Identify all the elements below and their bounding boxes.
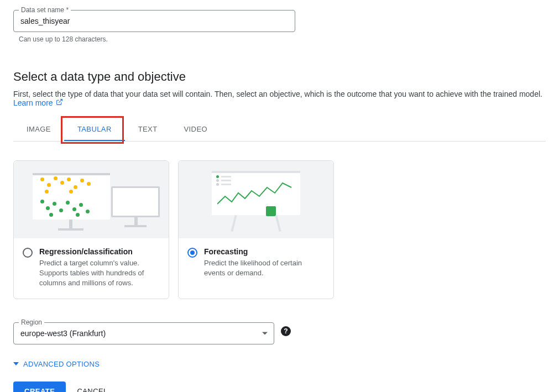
region-select[interactable]: europe-west3 (Frankfurt) [13,322,274,344]
forecasting-title: Forecasting [204,247,325,256]
svg-line-0 [59,100,62,103]
regression-title: Regression/classification [39,247,160,256]
advanced-options-label: ADVANCED OPTIONS [23,360,100,368]
line-chart-icon [217,180,295,211]
cancel-button[interactable]: CANCEL [77,387,107,392]
chevron-down-icon [13,362,19,365]
tab-video[interactable]: VIDEO [171,118,221,141]
forecasting-desc: Predict the likelihood of certain events… [204,258,325,278]
region-label: Region [19,318,44,326]
section-description: First, select the type of data that your… [13,90,546,107]
region-field: Region europe-west3 (Frankfurt) [13,322,274,344]
external-link-icon [56,98,63,107]
chevron-down-icon [262,332,268,334]
dataset-name-helper: Can use up to 128 characters. [19,35,546,43]
action-row: CREATE CANCEL [13,381,546,392]
regression-desc: Predict a target column's value. Support… [39,258,160,289]
section-desc-text: First, select the type of data that your… [13,90,542,98]
advanced-options-toggle[interactable]: ADVANCED OPTIONS [13,360,546,368]
tab-text[interactable]: TEXT [125,118,171,141]
radio-forecasting[interactable] [187,248,197,258]
card-regression[interactable]: Regression/classification Predict a targ… [13,160,169,299]
card-forecasting[interactable]: Forecasting Predict the likelihood of ce… [178,160,334,299]
objective-cards: Regression/classification Predict a targ… [13,160,546,299]
region-value: europe-west3 (Frankfurt) [20,329,106,338]
radio-regression[interactable] [23,248,33,258]
datatype-tabs: IMAGE TABULAR TEXT VIDEO [13,118,546,142]
regression-illustration [14,161,169,238]
tab-tabular[interactable]: TABULAR [64,118,125,141]
section-title: Select a data type and objective [13,70,546,84]
forecasting-illustration [179,161,333,238]
create-button[interactable]: CREATE [13,381,66,392]
learn-more-link[interactable]: Learn more [13,98,63,107]
dataset-name-label: Data set name * [19,6,71,14]
tab-image[interactable]: IMAGE [13,118,64,141]
help-icon[interactable]: ? [281,326,291,336]
dataset-name-field: Data set name * [13,10,546,32]
